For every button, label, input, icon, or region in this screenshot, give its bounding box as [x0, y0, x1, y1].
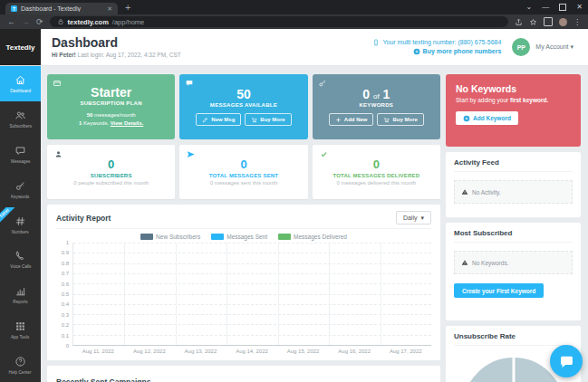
no-keywords-subtitle: Start by adding your first keyword.	[456, 97, 571, 103]
extensions-icon[interactable]	[544, 17, 553, 26]
reload-icon[interactable]: ⟳	[36, 18, 43, 26]
most-subscribed-title: Most Subscribed	[454, 229, 573, 243]
gridline	[73, 335, 431, 336]
x-tick-label: Aug 15, 2022	[277, 349, 329, 354]
stats-row: 0 SUBSCRIBERS 0 people subscribed this m…	[47, 145, 440, 199]
add-new-keyword-button[interactable]: Add New	[329, 113, 374, 126]
address-bar[interactable]: textedly.com/app/home	[50, 16, 508, 27]
y-tick-label: 0.5	[62, 291, 69, 297]
x-tick-label: Aug 17, 2022	[380, 349, 431, 354]
create-first-keyword-button[interactable]: Create your First Keyword	[454, 283, 544, 298]
cart-icon	[383, 117, 390, 123]
plus-circle-icon	[413, 48, 420, 55]
y-tick-label: 0.6	[62, 282, 69, 287]
legend-item[interactable]: New Subscribers	[140, 234, 200, 240]
legend-item[interactable]: Messages Delivered	[278, 234, 347, 240]
sidebar-item-messages[interactable]: Messages	[0, 137, 41, 172]
sidebar-item-help-center[interactable]: Help Center	[0, 348, 41, 382]
forward-icon[interactable]: →	[22, 18, 30, 26]
add-keyword-button[interactable]: Add Keyword	[456, 111, 518, 125]
title-block: Dashboard Hi Peter! Last login: Aug 17, …	[52, 36, 181, 58]
chat-widget-icon	[559, 354, 574, 369]
range-selector-button[interactable]: Daily ▾	[396, 211, 431, 224]
y-tick-label: 0.2	[62, 322, 69, 328]
greeting-text: Hi Peter!	[52, 52, 76, 58]
sidebar-item-voice-calls[interactable]: Voice Calls	[0, 242, 41, 277]
browser-tab-bar: T Dashboard - Textedly ✕ + ⌄ — ✕	[0, 0, 588, 14]
gridline	[73, 304, 431, 305]
header-main: Dashboard Hi Peter! Last login: Aug 17, …	[41, 29, 588, 65]
legend-label: New Subscribers	[156, 234, 200, 240]
gridline	[73, 283, 431, 284]
y-tick-label: 1	[66, 240, 69, 245]
messages-card-buttons: New Msg Buy More	[196, 113, 291, 126]
textedly-logo[interactable]: Textedly	[0, 29, 41, 65]
share-icon[interactable]	[515, 18, 523, 26]
tab-favicon-icon: T	[11, 5, 17, 12]
chat-widget-button[interactable]	[550, 345, 583, 377]
tab-title: Dashboard - Textedly	[21, 5, 103, 12]
sidebar-item-label: App Tools	[11, 335, 29, 339]
gridline	[73, 243, 431, 244]
window-minimize-button[interactable]: —	[542, 3, 549, 11]
lock-icon	[57, 18, 64, 25]
sidebar-item-reports[interactable]: Reports	[0, 277, 41, 312]
page-subtitle: Hi Peter! Last login: Aug 17, 2022, 4:32…	[52, 52, 181, 58]
window-maximize-button[interactable]	[559, 4, 566, 11]
sidebar-item-subscribers[interactable]: Subscribers	[0, 101, 41, 137]
cart-icon	[251, 117, 257, 123]
sidebar-item-label: Numbers	[12, 229, 29, 234]
vertical-gridline	[381, 243, 381, 345]
browser-action-icons: ⋮	[515, 17, 581, 26]
mobile-phone-icon	[372, 39, 380, 46]
new-msg-button[interactable]: New Msg	[196, 113, 241, 126]
view-details-link[interactable]: View Details.	[111, 120, 144, 126]
activity-report-header: Activity Report Daily ▾	[56, 211, 431, 229]
account-menu[interactable]: PP My Account ▾	[512, 38, 577, 56]
buy-more-messages-button[interactable]: Buy More	[245, 113, 291, 126]
no-keywords-title: No Keywords	[456, 83, 571, 94]
gridline	[73, 314, 431, 315]
avatar[interactable]: PP	[512, 38, 530, 56]
gridline	[73, 294, 431, 295]
new-tab-button[interactable]: +	[125, 3, 130, 13]
sidebar-item-keywords[interactable]: Keywords	[0, 172, 41, 207]
tab-search-icon[interactable]: ⌄	[526, 3, 533, 11]
reports-icon	[14, 285, 26, 297]
no-keywords-alert-card: No Keywords Start by adding your first k…	[446, 74, 581, 147]
vertical-gridline	[124, 243, 125, 345]
sidebar-item-numbers[interactable]: New Numbers	[0, 207, 41, 243]
x-tick-label: Aug 12, 2022	[124, 349, 176, 354]
buy-numbers-link[interactable]: Buy more phone numbers	[372, 47, 501, 57]
vertical-gridline	[227, 243, 227, 345]
window-close-button[interactable]: ✕	[576, 3, 583, 11]
back-icon[interactable]: ←	[7, 18, 15, 26]
activity-report-title: Activity Report	[56, 214, 111, 223]
messages-delivered-label: TOTAL MESSAGES DELIVERED	[333, 173, 419, 178]
sidebar-nav: Dashboard Subscribers Messages Keywords …	[0, 66, 41, 382]
gridline	[73, 273, 431, 274]
x-tick-label: Aug 11, 2022	[72, 349, 124, 354]
browser-profile-avatar[interactable]	[559, 18, 567, 26]
subscribers-stat-card: 0 SUBSCRIBERS 0 people subscribed this m…	[47, 145, 175, 199]
messages-sent-subtext: 0 messages sent this month	[210, 180, 278, 186]
person-icon	[54, 150, 63, 158]
plan-name: Starter	[91, 86, 131, 100]
bookmark-star-icon[interactable]	[529, 18, 537, 26]
recent-campaigns-card: Recently Sent Campaigns	[47, 366, 440, 382]
browser-tab[interactable]: T Dashboard - Textedly ✕	[5, 3, 118, 14]
tab-close-icon[interactable]: ✕	[107, 5, 112, 12]
pencil-icon	[202, 117, 208, 123]
gridline	[73, 324, 431, 325]
sidebar-item-app-tools[interactable]: App Tools	[0, 312, 41, 348]
plus-circle-icon	[463, 115, 470, 122]
messages-sent-value: 0	[240, 158, 246, 171]
sidebar-item-label: Messages	[11, 158, 30, 163]
browser-menu-icon[interactable]: ⋮	[574, 18, 581, 26]
sidebar-item-dashboard[interactable]: Dashboard	[0, 66, 41, 101]
page-title: Dashboard	[52, 36, 181, 50]
warning-icon	[461, 259, 468, 266]
legend-label: Messages Sent	[227, 234, 267, 240]
buy-more-keywords-button[interactable]: Buy More	[377, 113, 423, 126]
legend-item[interactable]: Messages Sent	[211, 234, 267, 240]
